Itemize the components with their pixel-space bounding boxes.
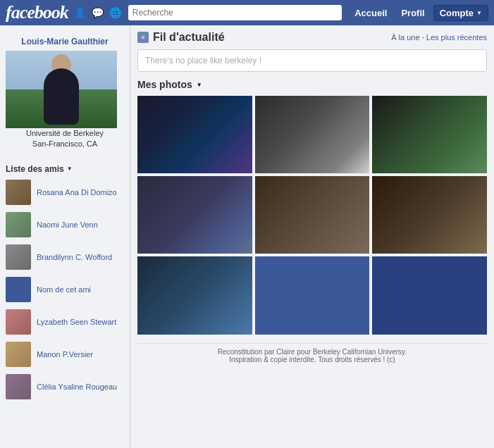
photo-image — [137, 176, 252, 254]
profile-location: Université de Berkeley San-Francisco, CA — [6, 128, 124, 150]
profil-link[interactable]: Profil — [395, 5, 430, 21]
footer-line1: Reconstitution par Claire pour Berkeley … — [144, 348, 480, 356]
status-placeholder: There's no place like berkeley ! — [145, 56, 261, 66]
photo-cell[interactable] — [137, 256, 252, 334]
photo-image — [255, 256, 370, 334]
feed-title-label: Fil d'actualité — [153, 31, 225, 44]
les-plus-recentes-link[interactable]: Les plus récentes — [426, 33, 487, 42]
sidebar: Louis-Marie Gaulthier Université de Berk… — [0, 25, 130, 448]
photo-image — [255, 96, 370, 173]
feed-header: ≡ Fil d'actualité À la une · Les plus ré… — [137, 31, 487, 44]
photo-cell[interactable] — [137, 176, 252, 254]
compte-button[interactable]: Compte ▼ — [433, 5, 488, 21]
friends-dropdown-arrow[interactable]: ▼ — [67, 166, 73, 172]
nav-links: Accueil Profil Compte ▼ — [349, 5, 488, 21]
photo-image — [137, 256, 252, 334]
profile-section: Louis-Marie Gaulthier Université de Berk… — [0, 31, 130, 156]
photo-image — [137, 96, 252, 173]
friends-title-label: Liste des amis — [6, 164, 64, 174]
friend-name: Brandilynn C. Wofford — [37, 252, 112, 262]
photos-title: Mes photos — [137, 79, 192, 90]
avatar — [6, 180, 31, 205]
friends-title: Liste des amis ▼ — [6, 164, 124, 174]
photo-image — [372, 256, 487, 334]
photo-cell[interactable] — [255, 96, 370, 173]
footer-line2: Inspiration & copie interdite. Tous droi… — [144, 356, 480, 363]
friend-name: Manon P.Versier — [37, 349, 93, 359]
friend-item[interactable]: Brandilynn C. Wofford — [6, 244, 124, 270]
friend-item[interactable]: Clélia Ysaline Rougeau — [6, 374, 124, 399]
avatar — [6, 277, 31, 302]
friend-item[interactable]: Naomi June Venn — [6, 212, 124, 237]
profile-location-line2: San-Francisco, CA — [6, 139, 124, 149]
avatar — [6, 309, 31, 335]
photos-section: Mes photos ▼ — [137, 79, 487, 335]
status-box[interactable]: There's no place like berkeley ! — [137, 49, 487, 72]
photo-cell[interactable] — [137, 96, 252, 173]
footer: Reconstitution par Claire pour Berkeley … — [137, 343, 487, 368]
friend-name: Rosana Ana Di Domizo — [37, 187, 117, 197]
photo-image — [372, 96, 487, 173]
friend-name: Lyzabeth Seen Stewart — [37, 317, 116, 327]
chat-icon: 💬 — [92, 7, 104, 18]
avatar — [6, 342, 31, 367]
photo-cell[interactable] — [372, 176, 487, 254]
friend-item[interactable]: Rosana Ana Di Domizo — [6, 180, 124, 205]
friend-item[interactable]: Lyzabeth Seen Stewart — [6, 309, 124, 335]
profile-location-line1: Université de Berkeley — [6, 128, 124, 139]
photo-image — [255, 176, 370, 254]
people-icon: 👤 — [74, 7, 86, 18]
friend-name: Clélia Ysaline Rougeau — [37, 382, 117, 392]
photo-cell[interactable] — [255, 256, 370, 334]
photo-cell[interactable] — [372, 256, 487, 334]
feed-title: ≡ Fil d'actualité — [137, 31, 225, 44]
friend-item[interactable]: Nom de cet ami — [6, 277, 124, 302]
search-bar — [128, 5, 342, 20]
nav-separator: · — [422, 33, 424, 42]
compte-label: Compte — [440, 8, 474, 18]
photos-header: Mes photos ▼ — [137, 79, 487, 90]
feed-nav: À la une · Les plus récentes — [391, 33, 487, 42]
avatar — [6, 244, 31, 270]
photo-cell[interactable] — [255, 176, 370, 254]
main-layout: Louis-Marie Gaulthier Université de Berk… — [0, 25, 494, 448]
accueil-link[interactable]: Accueil — [349, 5, 393, 21]
person-body — [44, 68, 79, 125]
facebook-logo: facebook — [6, 2, 68, 23]
profile-name[interactable]: Louis-Marie Gaulthier — [6, 37, 124, 46]
friend-name: Nom de cet ami — [37, 285, 91, 294]
search-input[interactable] — [128, 5, 342, 20]
content-area: ≡ Fil d'actualité À la une · Les plus ré… — [130, 25, 494, 448]
header: facebook 👤 💬 🌐 Accueil Profil Compte ▼ — [0, 0, 494, 25]
friends-section: Liste des amis ▼ Rosana Ana Di Domizo Na… — [0, 158, 130, 412]
feed-icon: ≡ — [137, 32, 149, 43]
photos-dropdown-arrow[interactable]: ▼ — [197, 82, 202, 88]
compte-dropdown-arrow: ▼ — [476, 10, 482, 16]
profile-photo[interactable] — [6, 51, 117, 128]
friend-name: Naomi June Venn — [37, 220, 98, 230]
avatar — [6, 212, 31, 237]
globe-icon: 🌐 — [109, 7, 121, 18]
photos-grid — [137, 96, 487, 335]
photo-image — [372, 176, 487, 254]
photo-cell[interactable] — [372, 96, 487, 173]
a-la-une-link[interactable]: À la une — [391, 33, 419, 42]
friend-item[interactable]: Manon P.Versier — [6, 342, 124, 367]
header-icons: 👤 💬 🌐 — [74, 7, 121, 18]
avatar — [6, 374, 31, 399]
